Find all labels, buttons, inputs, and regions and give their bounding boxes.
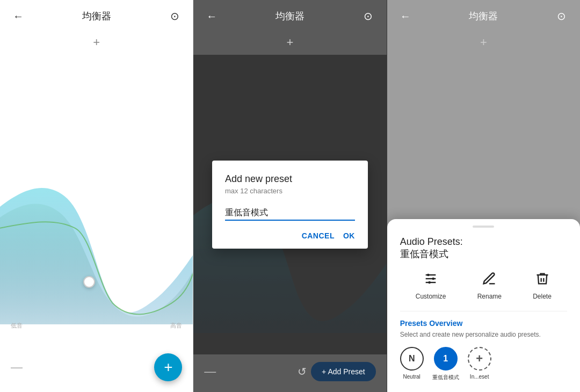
panel2-plus-icon[interactable]: + xyxy=(193,32,386,55)
preset-neutral-label: Neutral xyxy=(403,374,421,380)
add-preset-dialog: Add new preset max 12 characters CANCEL … xyxy=(212,161,368,249)
audio-presets-bottom-sheet: Audio Presets: 重低音模式 Customize xyxy=(387,219,580,392)
preset-add-circle: + xyxy=(468,347,491,371)
dialog-cancel-button[interactable]: CANCEL xyxy=(302,231,335,240)
sheet-title: Audio Presets: xyxy=(400,236,567,248)
panel1-minus-icon[interactable]: — xyxy=(11,360,23,374)
dialog-title: Add new preset xyxy=(225,173,355,185)
presets-overview-desc: Select and create new personalize audio … xyxy=(400,331,567,338)
panel3-help-button[interactable]: ⊙ xyxy=(554,9,569,24)
panel1-eq-area: 低音 高音 xyxy=(0,55,193,346)
customize-action[interactable]: Customize xyxy=(416,271,446,300)
add-preset-button[interactable]: + Add Preset xyxy=(311,362,376,381)
rename-action[interactable]: Rename xyxy=(477,271,502,300)
panel1-header: ← 均衡器 ⊙ xyxy=(0,0,193,32)
dialog-overlay: Add new preset max 12 characters CANCEL … xyxy=(193,55,386,354)
presets-list: N Neutral 1 重低音模式 + In...eset xyxy=(400,347,567,381)
panel1-title: 均衡器 xyxy=(26,10,167,23)
panel2-reset-icon[interactable]: ↺ xyxy=(298,365,307,378)
svg-point-3 xyxy=(427,274,430,277)
panel2-bottom-bar: — ↺ + Add Preset xyxy=(193,354,386,392)
panel1-help-button[interactable]: ⊙ xyxy=(167,9,182,24)
panel2-title: 均衡器 xyxy=(219,10,360,23)
delete-icon xyxy=(535,271,550,289)
preset-name-input[interactable] xyxy=(225,206,355,221)
panel-equalizer-default: ← 均衡器 ⊙ + xyxy=(0,0,193,392)
customize-label: Customize xyxy=(416,293,446,300)
preset-neutral[interactable]: N Neutral xyxy=(400,347,424,380)
panel-equalizer-dialog: ← 均衡器 ⊙ + Add new preset max 12 characte… xyxy=(193,0,387,392)
preset-bass-circle: 1 xyxy=(434,347,458,371)
svg-point-4 xyxy=(432,278,434,280)
panel3-title: 均衡器 xyxy=(413,10,554,23)
panel1-eq-curve xyxy=(0,175,193,324)
delete-label: Delete xyxy=(533,293,552,300)
preset-add-label: In...eset xyxy=(470,374,489,380)
eq-knob[interactable] xyxy=(83,276,95,288)
dialog-ok-button[interactable]: OK xyxy=(343,231,355,240)
delete-action[interactable]: Delete xyxy=(533,271,552,300)
panel1-plus-icon[interactable]: + xyxy=(0,32,193,55)
customize-icon xyxy=(423,271,438,289)
panel3-plus-icon[interactable]: + xyxy=(387,32,580,55)
panel1-fab-button[interactable]: + xyxy=(154,353,182,381)
panel3-header: ← 均衡器 ⊙ xyxy=(387,0,580,32)
preset-add[interactable]: + In...eset xyxy=(468,347,491,380)
panel2-minus-icon[interactable]: — xyxy=(204,365,216,379)
svg-point-5 xyxy=(428,281,431,284)
panel2-header: ← 均衡器 ⊙ xyxy=(193,0,386,32)
panel1-back-button[interactable]: ← xyxy=(11,9,26,24)
panel1-bottom-bar: — + xyxy=(0,346,193,392)
rename-label: Rename xyxy=(477,293,502,300)
preset-bass[interactable]: 1 重低音模式 xyxy=(432,347,459,381)
presets-overview-title: Presets Overview xyxy=(400,319,567,328)
panel-equalizer-sheet: ← 均衡器 ⊙ + — Audio Presets: 重低音模式 xyxy=(387,0,580,392)
sheet-handle xyxy=(473,226,494,228)
preset-neutral-circle: N xyxy=(400,347,424,371)
panel1-eq-labels: 低音 高音 xyxy=(0,322,193,330)
panel3-back-button[interactable]: ← xyxy=(398,9,413,24)
panel2-eq-area: Add new preset max 12 characters CANCEL … xyxy=(193,55,386,354)
dialog-actions: CANCEL OK xyxy=(225,231,355,240)
panel2-help-button[interactable]: ⊙ xyxy=(361,9,376,24)
panel2-back-button[interactable]: ← xyxy=(204,9,219,24)
sheet-divider xyxy=(400,311,567,311)
rename-icon xyxy=(482,271,497,289)
sheet-actions: Customize Rename xyxy=(400,271,567,300)
dialog-subtitle: max 12 characters xyxy=(225,187,355,195)
preset-bass-label: 重低音模式 xyxy=(432,374,459,381)
sheet-subtitle: 重低音模式 xyxy=(400,248,567,260)
